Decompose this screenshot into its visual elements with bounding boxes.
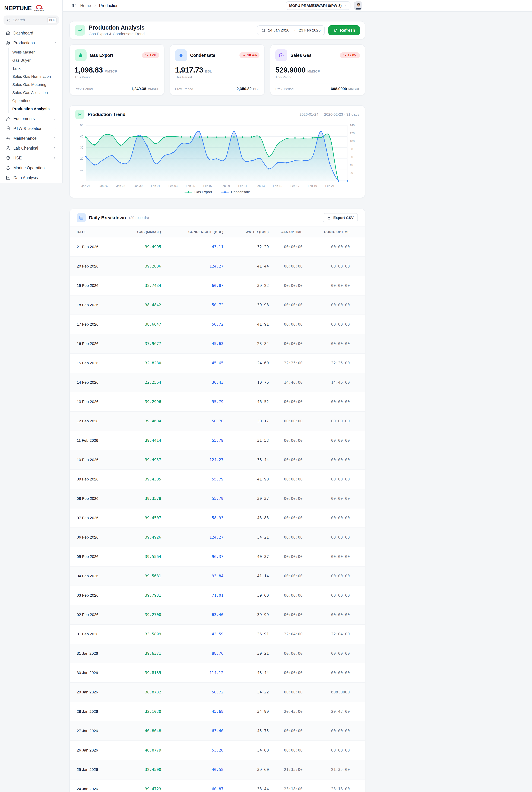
cell-condensate: 88.76	[161, 644, 224, 663]
brand-arc-icon	[36, 5, 42, 7]
main-area: Home Production MOPU PRAMESWARI-8(PW-8)	[63, 0, 532, 792]
search-input[interactable]	[13, 18, 44, 22]
cell-cond-uptime: 608.0000	[303, 682, 365, 702]
cell-condensate: 63.40	[161, 605, 224, 624]
sidebar-item-operations[interactable]: Operations	[12, 97, 59, 105]
cell-gas-uptime: 22:04:00	[269, 624, 303, 644]
export-csv-button[interactable]: Export CSV	[323, 213, 358, 222]
sidebar-item-maintenance[interactable]: Maintenance	[3, 133, 59, 143]
table-row: 07 Feb 202639.450758.3343.8300:00:0000:0…	[70, 508, 365, 528]
cell-cond-uptime: 00:00:00	[303, 431, 365, 450]
cell-water: 30.17	[224, 412, 269, 431]
site-selector-label: MOPU PRAMESWARI-8(PW-8)	[289, 3, 342, 8]
prev-period-label: Prev. Period	[275, 87, 293, 91]
svg-text:Feb 09: Feb 09	[221, 184, 230, 188]
breadcrumb-home[interactable]: Home	[80, 3, 91, 8]
table-row: 04 Feb 202639.568193.8441.1400:00:0000:0…	[70, 566, 365, 586]
cell-water: 41.91	[224, 315, 269, 334]
svg-text:10: 10	[80, 168, 83, 171]
cell-date: 15 Feb 2026	[70, 353, 133, 373]
cell-condensate: 50.70	[161, 412, 224, 431]
col-water: WATER (BBL)	[224, 227, 269, 237]
cell-date: 18 Feb 2026	[70, 295, 133, 315]
search-icon	[6, 18, 11, 22]
cell-cond-uptime: 00:00:00	[303, 295, 365, 315]
table-row: 27 Jan 202640.804863.4045.7500:00:0000:0…	[70, 721, 365, 741]
breadcrumb: Home Production	[80, 3, 118, 8]
calendar-icon	[261, 28, 265, 32]
cell-gas-uptime: 00:00:00	[269, 566, 303, 586]
cell-water: 41.44	[224, 257, 269, 276]
site-selector[interactable]: MOPU PRAMESWARI-8(PW-8)	[286, 1, 350, 10]
cell-cond-uptime: 00:00:00	[303, 450, 365, 470]
chart-range: 2026-01-24 → 2026-02-23 · 31 days	[300, 112, 359, 116]
refresh-button[interactable]: Refresh	[328, 25, 360, 35]
date-range-picker[interactable]: 24 Jan 2026 → 23 Feb 2026	[257, 25, 325, 35]
svg-text:Jan 28: Jan 28	[116, 184, 125, 188]
sidebar-item-ptw-isolation[interactable]: PTW & Isolation	[3, 124, 59, 133]
sidebar-item-sales-gas-nomination[interactable]: Sales Gas Nomination	[12, 73, 59, 81]
cell-gas: 39.4414	[133, 431, 161, 450]
topbar: Home Production MOPU PRAMESWARI-8(PW-8)	[63, 0, 532, 12]
delta-badge: 12%	[142, 52, 159, 58]
cell-cond-uptime: 22:25:00	[303, 353, 365, 373]
cell-date: 05 Feb 2026	[70, 547, 133, 566]
sidebar-item-tank[interactable]: Tank	[12, 64, 59, 73]
chevron-right-icon	[93, 4, 97, 7]
table-row: 21 Feb 202639.499543.1132.2900:00:0000:0…	[70, 237, 365, 257]
chevron-down-icon	[53, 41, 57, 45]
cell-gas: 39.6371	[133, 644, 161, 663]
sidebar-item-sales-gas-allocation[interactable]: Sales Gas Allocation	[12, 89, 59, 97]
sidebar-item-gas-buyer[interactable]: Gas Buyer	[12, 56, 59, 64]
cell-cond-uptime: 00:00:00	[303, 489, 365, 508]
cell-cond-uptime: 00:00:00	[303, 257, 365, 276]
sidebar-item-marine-operation[interactable]: Marine Operation	[3, 163, 59, 173]
table-row: 18 Feb 202638.484250.7239.9800:00:0000:0…	[70, 295, 365, 315]
chevron-right-icon	[53, 117, 57, 120]
table-row: 17 Feb 202638.604750.7241.9100:00:0000:0…	[70, 315, 365, 334]
cell-gas: 32.8280	[133, 353, 161, 373]
cell-date: 19 Feb 2026	[70, 276, 133, 295]
cell-gas-uptime: 00:00:00	[269, 605, 303, 624]
chevron-down-icon	[344, 4, 347, 7]
search-shortcut: ⌘ K	[47, 17, 57, 23]
search-box[interactable]: ⌘ K	[3, 16, 59, 25]
svg-text:0: 0	[82, 180, 83, 183]
cell-date: 26 Jan 2026	[70, 741, 133, 760]
sidebar-toggle-button[interactable]	[72, 3, 77, 8]
sidebar-item-lab-chemical[interactable]: Lab Chemical	[3, 143, 59, 153]
table-row: 08 Feb 202639.357855.7930.3700:00:0000:0…	[70, 489, 365, 508]
cell-gas-uptime: 00:00:00	[269, 528, 303, 547]
sidebar-item-productions[interactable]: Productions	[3, 38, 59, 48]
cell-gas: 38.7434	[133, 276, 161, 295]
table-title: Daily Breakdown	[89, 215, 126, 221]
sidebar-item-report[interactable]: Report	[3, 183, 59, 183]
sidebar-item-data-analysis[interactable]: Data Analysis	[3, 173, 59, 183]
sidebar-item-equipments[interactable]: Equipments	[3, 114, 59, 124]
sidebar-item-hse[interactable]: HSE	[3, 153, 59, 163]
home-icon	[6, 31, 11, 36]
stats-row: Gas Export 12% 1,098.83 MMSCF This Perio…	[69, 44, 365, 95]
sidebar-item-sales-gas-metering[interactable]: Sales Gas Metering	[12, 81, 59, 89]
cell-date: 17 Feb 2026	[70, 315, 133, 334]
cell-date: 29 Jan 2026	[70, 682, 133, 702]
cell-water: 33.44	[224, 779, 269, 792]
cell-gas-uptime: 00:00:00	[269, 392, 303, 412]
cell-cond-uptime: 00:00:00	[303, 721, 365, 741]
col-gas: GAS (MMSCF)	[133, 227, 161, 237]
cell-water: 36.91	[224, 624, 269, 644]
svg-text:Feb 13: Feb 13	[255, 184, 265, 188]
avatar[interactable]	[354, 1, 362, 10]
table-row: 30 Jan 202639.8135114.1243.4400:00:0000:…	[70, 663, 365, 682]
table-row: 02 Feb 202639.270063.4039.9900:00:0000:0…	[70, 605, 365, 624]
cell-date: 27 Jan 2026	[70, 721, 133, 741]
sidebar-item-production-analysis[interactable]: Production Analysis	[12, 105, 59, 113]
sidebar-item-dashboard[interactable]: Dashboard	[3, 28, 59, 38]
stat-card-condensate: Condensate 18.4% 1,917.73 BBL This Perio…	[170, 44, 265, 95]
cell-gas-uptime: 00:00:00	[269, 237, 303, 257]
sidebar-item-wells-master[interactable]: Wells Master	[12, 48, 59, 56]
trending-up-icon	[75, 25, 85, 36]
table-records-count: (29 records)	[129, 215, 149, 220]
svg-text:40: 40	[80, 135, 83, 138]
page-subtitle: Gas Export & Condensate Trend	[89, 32, 145, 36]
